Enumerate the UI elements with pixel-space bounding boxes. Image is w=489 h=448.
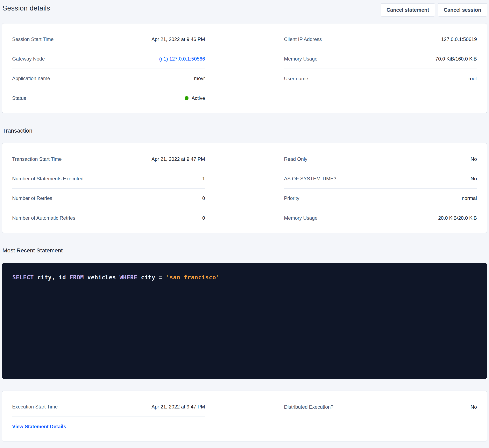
row-value: No (471, 156, 477, 162)
statement-heading: Most Recent Statement (2, 247, 487, 254)
retries-row: Number of Retries 0 (12, 189, 205, 208)
page-title: Session details (2, 4, 50, 12)
row-value: Apr 21, 2022 at 9:46 PM (151, 36, 205, 42)
status-active-dot-icon (185, 96, 188, 100)
transaction-memory-usage-row: Memory Usage 20.0 KiB/20.0 KiB (284, 208, 477, 228)
as-of-system-time-row: AS OF SYSTEM TIME? No (284, 169, 477, 189)
sql-text: city = (138, 274, 166, 281)
sql-text: city, id (34, 274, 70, 281)
view-statement-details-row: View Statement Details (12, 417, 205, 436)
view-statement-details-link[interactable]: View Statement Details (12, 424, 66, 430)
row-value: No (471, 404, 477, 410)
statements-executed-row: Number of Statements Executed 1 (12, 169, 205, 189)
sql-string-literal: 'san francisco' (166, 274, 219, 281)
status-row: Status Active (12, 88, 205, 108)
transaction-left-column: Transaction Start Time Apr 21, 2022 at 9… (12, 149, 205, 228)
row-value: root (468, 76, 477, 82)
sql-keyword: WHERE (120, 274, 138, 281)
row-value: 1 (202, 176, 205, 182)
session-summary-card: Session Start Time Apr 21, 2022 at 9:46 … (2, 23, 487, 113)
transaction-start-time-row: Transaction Start Time Apr 21, 2022 at 9… (12, 149, 205, 169)
session-memory-usage-row: Memory Usage 70.0 KiB/160.0 KiB (284, 49, 477, 69)
header-actions: Cancel statement Cancel session (381, 3, 487, 17)
application-name-row: Application name movr (12, 69, 205, 88)
sql-keyword: FROM (70, 274, 84, 281)
execution-right-column: Distributed Execution? No (284, 397, 477, 436)
row-value: Apr 21, 2022 at 9:47 PM (151, 156, 205, 162)
row-label: Memory Usage (284, 56, 318, 62)
row-label: AS OF SYSTEM TIME? (284, 176, 336, 182)
transaction-card: Transaction Start Time Apr 21, 2022 at 9… (2, 143, 487, 233)
priority-row: Priority normal (284, 189, 477, 208)
row-label: Read Only (284, 156, 307, 162)
client-ip-row: Client IP Address 127.0.0.1:50619 (284, 30, 477, 49)
gateway-node-row: Gateway Node (n1) 127.0.0.1:50566 (12, 49, 205, 69)
session-details-page: Session details Cancel statement Cancel … (0, 0, 489, 441)
row-value: normal (462, 195, 477, 201)
row-label: Number of Statements Executed (12, 176, 83, 182)
row-value: 0 (202, 215, 205, 221)
user-name-row: User name root (284, 69, 477, 88)
row-value: No (471, 176, 477, 182)
cancel-session-button[interactable]: Cancel session (438, 3, 487, 17)
row-label: Number of Automatic Retries (12, 215, 75, 221)
gateway-node-link[interactable]: (n1) 127.0.0.1:50566 (159, 56, 205, 62)
distributed-execution-row: Distributed Execution? No (284, 397, 477, 417)
row-label: Memory Usage (284, 215, 318, 221)
transaction-right-column: Read Only No AS OF SYSTEM TIME? No Prior… (284, 149, 477, 228)
row-label: Client IP Address (284, 36, 322, 42)
row-label: Application name (12, 75, 50, 81)
sql-statement-text: SELECT city, id FROM vehicles WHERE city… (12, 274, 477, 281)
execution-start-time-row: Execution Start Time Apr 21, 2022 at 9:4… (12, 397, 205, 417)
sql-text: vehicles (84, 274, 120, 281)
session-start-time-row: Session Start Time Apr 21, 2022 at 9:46 … (12, 30, 205, 49)
row-label: Gateway Node (12, 56, 45, 62)
row-label: Distributed Execution? (284, 404, 334, 410)
session-summary-right-column: Client IP Address 127.0.0.1:50619 Memory… (284, 30, 477, 108)
execution-card: Execution Start Time Apr 21, 2022 at 9:4… (2, 391, 487, 441)
session-summary-left-column: Session Start Time Apr 21, 2022 at 9:46 … (12, 30, 205, 108)
row-value: 0 (202, 195, 205, 201)
row-value: Apr 21, 2022 at 9:47 PM (151, 404, 205, 410)
row-label: Execution Start Time (12, 404, 58, 410)
cancel-statement-button[interactable]: Cancel statement (381, 3, 435, 17)
row-label: User name (284, 76, 308, 82)
row-label: Status (12, 95, 26, 101)
automatic-retries-row: Number of Automatic Retries 0 (12, 208, 205, 228)
row-label: Number of Retries (12, 195, 52, 201)
transaction-heading: Transaction (2, 127, 487, 134)
row-value: movr (194, 75, 205, 81)
sql-keyword: SELECT (12, 274, 34, 281)
row-label: Priority (284, 195, 300, 201)
row-value: 127.0.0.1:50619 (441, 36, 477, 42)
row-label: Session Start Time (12, 36, 54, 42)
status-badge: Active (185, 95, 205, 101)
row-label: Transaction Start Time (12, 156, 62, 162)
row-value: 70.0 KiB/160.0 KiB (435, 56, 477, 62)
page-header: Session details Cancel statement Cancel … (2, 3, 487, 17)
read-only-row: Read Only No (284, 149, 477, 169)
row-value: 20.0 KiB/20.0 KiB (438, 215, 477, 221)
sql-statement-box: SELECT city, id FROM vehicles WHERE city… (2, 263, 487, 379)
status-text: Active (192, 95, 205, 101)
execution-left-column: Execution Start Time Apr 21, 2022 at 9:4… (12, 397, 205, 436)
